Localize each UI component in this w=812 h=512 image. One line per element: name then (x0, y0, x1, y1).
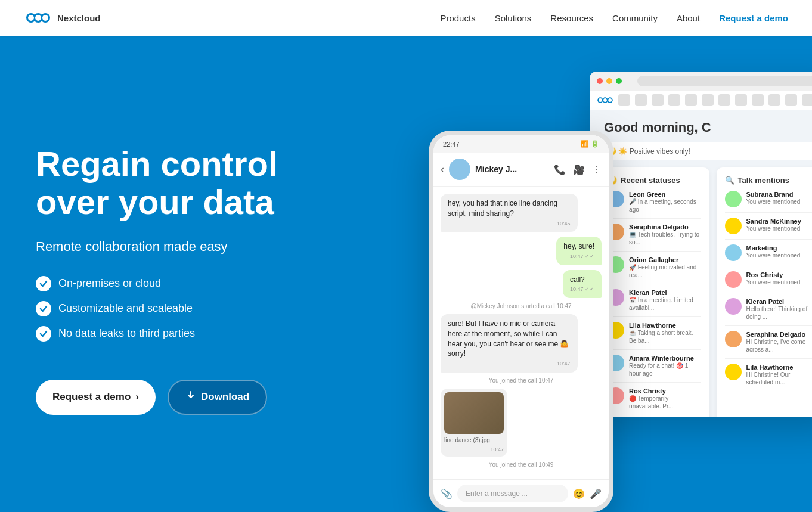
maximize-dot (616, 78, 622, 84)
nav-request-demo[interactable]: Request a demo (719, 13, 788, 23)
phone-input-bar: 📎 Enter a message ... 😊 🎤 (433, 479, 609, 507)
msg-system-2: You joined the call 10:47 (441, 377, 602, 384)
toolbar-icon-12 (802, 94, 812, 106)
nav-links: Products Solutions Resources Community A… (440, 13, 788, 23)
avatar-seraphina-m (725, 331, 742, 347)
msg-system-1: @Mickey Johnson started a call 10:47 (441, 303, 602, 309)
video-icon: 🎥 (573, 164, 585, 175)
recent-statuses-card: 🌙 Recent statuses Leon Green 🎤 In a meet… (599, 167, 709, 417)
phone-chat-header: ‹ Mickey J... 📞 🎥 ⋮ (433, 153, 609, 187)
toolbar-icon-9 (752, 94, 764, 106)
close-dot (597, 78, 603, 84)
hero-subtitle: Remote collaboration made easy (36, 239, 411, 255)
toolbar-icon-3 (652, 94, 664, 106)
msg-system-3: You joined the call 10:49 (441, 461, 602, 468)
nav-about[interactable]: About (677, 13, 700, 23)
toolbar-icon-11 (785, 94, 797, 106)
feature-1: On-premises or cloud (36, 276, 411, 291)
hero-visual: Good morning, C 🌙 ☀️ Positive vibes only… (447, 36, 812, 512)
avatar-subrana (725, 191, 742, 207)
msg-image-1: line dance (3).jpg 10:47 (441, 389, 507, 457)
toolbar-icon-5 (685, 94, 697, 106)
nav-community[interactable]: Community (612, 13, 658, 23)
hero-content: Regain control over your data Remote col… (0, 36, 447, 512)
check-icon-1 (36, 276, 51, 291)
desktop-mockup: Good morning, C 🌙 ☀️ Positive vibes only… (590, 72, 812, 417)
svg-point-11 (608, 98, 612, 102)
hero-section: Regain control over your data Remote col… (0, 0, 812, 512)
signal-icons: 📶 🔋 (581, 140, 599, 148)
back-icon: ‹ (441, 163, 444, 176)
svg-point-9 (599, 98, 602, 102)
nav-resources[interactable]: Resources (550, 13, 593, 23)
download-button[interactable]: Download (168, 380, 267, 415)
svg-point-10 (603, 98, 607, 102)
contact-avatar (449, 159, 470, 180)
phone-mockup: 22:47 📶 🔋 ‹ Mickey J... 📞 🎥 ⋮ hey, you h… (429, 131, 613, 512)
phone-message-input[interactable]: Enter a message ... (457, 485, 568, 502)
emoji-icon: 😊 (573, 488, 585, 499)
desktop-greeting: Good morning, C (599, 120, 812, 135)
toolbar-icon-6 (702, 94, 714, 106)
toolbar-icon-2 (635, 94, 647, 106)
talk-mentions-title: 🔍 Talk mentions (725, 176, 812, 185)
search-icon: 🔍 (725, 176, 734, 185)
hero-features: On-premises or cloud Customizable and sc… (36, 276, 411, 351)
avatar-sandra (725, 218, 742, 234)
toolbar-icon-1 (618, 94, 630, 106)
avatar-kieran-m (725, 298, 742, 315)
phone-status-bar: 22:47 📶 🔋 (433, 135, 609, 153)
mention-item-5: Kieran Patel Hello there! Thinking of do… (725, 298, 812, 326)
mention-item-1: Subrana Brand You were mentioned (725, 191, 812, 213)
nav-solutions[interactable]: Solutions (495, 13, 532, 23)
status-item-4: Kieran Patel 📅 In a meeting. Limited ava… (608, 289, 701, 317)
logo-text: Nextcloud (57, 13, 101, 23)
minimize-dot (606, 78, 612, 84)
check-icon-3 (36, 326, 51, 342)
avatar-marketing (725, 244, 742, 261)
msg-out-2: call? 10:47 ✓✓ (563, 270, 602, 298)
avatar-lila-m (725, 364, 742, 380)
desktop-titlebar (590, 72, 812, 91)
status-item-3: Orion Gallagher 🚀 Feeling motivated and … (608, 256, 701, 284)
avatar-ros-m (725, 271, 742, 288)
request-demo-button[interactable]: Request a demo › (36, 380, 156, 415)
mention-item-6: Seraphina Delgado Hi Christine, I've com… (725, 331, 812, 359)
msg-in-1: hey, you had that nice line dancing scri… (441, 194, 578, 232)
desktop-content: Good morning, C 🌙 ☀️ Positive vibes only… (590, 110, 812, 417)
more-icon: ⋮ (592, 164, 602, 175)
toolbar-icon-7 (718, 94, 730, 106)
hero-buttons: Request a demo › Download (36, 380, 411, 415)
attach-icon: 📎 (441, 488, 453, 499)
nav-products[interactable]: Products (440, 13, 475, 23)
status-item-1: Leon Green 🎤 In a meeting, seconds ago (608, 191, 701, 219)
svg-point-3 (28, 15, 34, 21)
desktop-cards: 🌙 Recent statuses Leon Green 🎤 In a meet… (599, 167, 812, 417)
mention-item-4: Ros Christy You were mentioned (725, 271, 812, 293)
status-item-6: Amara Winterbourne Ready for a chat! 🎯 1… (608, 355, 701, 383)
chat-actions: 📞 🎥 ⋮ (554, 164, 602, 175)
mic-icon: 🎤 (590, 488, 602, 499)
chat-messages: hey, you had that nice line dancing scri… (433, 187, 609, 475)
desktop-status-bar: 🌙 ☀️ Positive vibes only! (599, 142, 812, 160)
call-icon: 📞 (554, 164, 566, 175)
svg-point-4 (35, 15, 41, 21)
image-thumbnail (444, 392, 504, 434)
desktop-toolbar (590, 91, 812, 110)
check-icon-2 (36, 301, 51, 316)
mention-item-7: Lila Hawthorne Hi Christine! Our schedul… (725, 364, 812, 391)
msg-out-1: hey, sure! 10:47 ✓✓ (556, 237, 602, 265)
msg-in-2: sure! But I have no mic or camera here a… (441, 314, 578, 373)
arrow-icon: › (135, 391, 139, 403)
status-item-5: Lila Hawthorne ☕ Taking a short break. B… (608, 322, 701, 350)
feature-3: No data leaks to third parties (36, 326, 411, 342)
logo[interactable]: Nextcloud (24, 4, 101, 32)
hero-title: Regain control over your data (36, 145, 411, 221)
toolbar-icon-10 (768, 94, 780, 106)
talk-mentions-card: 🔍 Talk mentions Subrana Brand You were m… (717, 167, 812, 417)
nextcloud-logo-icon (24, 4, 52, 32)
toolbar-icon-8 (735, 94, 747, 106)
mention-item-3: Marketing You were mentioned (725, 244, 812, 266)
svg-point-5 (42, 15, 48, 21)
status-item-2: Seraphina Delgado 💻 Tech troubles. Tryin… (608, 224, 701, 252)
